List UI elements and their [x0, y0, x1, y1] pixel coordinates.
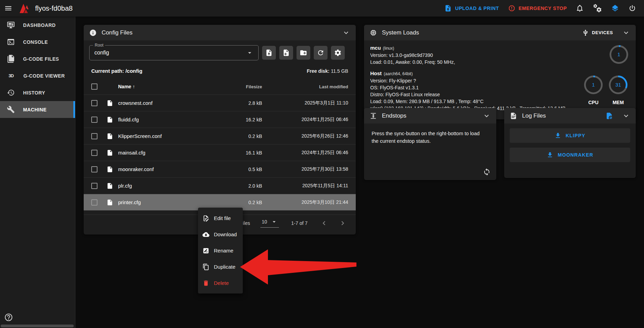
sidebar-item-gcode-viewer[interactable]: 3D G-CODE VIEWER: [0, 67, 75, 84]
folder-plus-icon: [300, 49, 307, 57]
file-modified: 2025年6月26日 12:46: [262, 133, 348, 139]
updates-button[interactable]: [611, 4, 619, 12]
download-klippy-log-button[interactable]: KLIPPY: [510, 128, 630, 143]
sidebar-item-history[interactable]: HISTORY: [0, 84, 75, 101]
duplicate-icon: [202, 264, 209, 270]
file-size: 0.2 kB: [214, 133, 262, 139]
row-checkbox[interactable]: [91, 199, 97, 206]
help-button[interactable]: [4, 313, 13, 322]
file-row-plr[interactable]: plr.cfg 2.0 kB 2025年11月5日 14:11: [84, 177, 356, 194]
file-name: printer.cfg: [118, 199, 214, 205]
mcu-version-line: Version: v1.3.0-ga98c9d7390: [370, 52, 630, 59]
sidebar: DASHBOARD CONSOLE G-CODE FILES 3D G-CODE…: [0, 17, 75, 328]
row-checkbox[interactable]: [91, 150, 97, 156]
file-icon: [106, 149, 113, 156]
file-icon: [106, 100, 113, 107]
per-page-select[interactable]: 10: [260, 218, 279, 228]
rollover-logs-button[interactable]: [605, 112, 613, 120]
sidebar-item-machine[interactable]: MACHINE: [0, 101, 75, 118]
mem-gauge-block: 31 MEM: [609, 76, 627, 106]
menu-item-rename[interactable]: Rename: [198, 242, 243, 259]
collapse-chevron-icon[interactable]: [482, 112, 491, 120]
file-row-moonraker[interactable]: moonraker.conf 0.5 kB 2025年7月30日 13:58: [84, 161, 356, 177]
select-all-checkbox[interactable]: [91, 83, 97, 90]
previous-page-button[interactable]: [320, 219, 328, 227]
mcu-load-gauge: 1: [610, 45, 628, 64]
collapse-chevron-icon[interactable]: [622, 29, 630, 37]
notifications-button[interactable]: [576, 4, 584, 12]
chevron-right-icon: [339, 219, 347, 227]
refresh-icon: [317, 49, 324, 57]
upload-print-button[interactable]: UPLOAD & PRINT: [444, 4, 499, 12]
row-checkbox[interactable]: [91, 100, 97, 106]
refresh-button[interactable]: [314, 46, 328, 60]
app-title: flyos-fd0ba8: [35, 4, 73, 12]
row-checkbox[interactable]: [91, 183, 97, 189]
select-caret-icon: [271, 218, 278, 225]
file-row-klipperscreen[interactable]: KlipperScreen.conf 0.2 kB 2025年6月26日 12:…: [84, 128, 356, 144]
root-select[interactable]: Root config: [89, 45, 259, 60]
file-name: plr.cfg: [118, 183, 214, 189]
column-last-modified[interactable]: Last modified: [262, 84, 348, 89]
sidebar-item-gcode-files[interactable]: G-CODE FILES: [0, 50, 75, 67]
file-row-fluidd[interactable]: fluidd.cfg 16.2 kB 2024年1月25日 06:46: [84, 111, 356, 128]
services-button[interactable]: [593, 4, 602, 13]
collapse-chevron-icon[interactable]: [342, 29, 350, 37]
menu-item-duplicate[interactable]: Duplicate: [198, 259, 243, 275]
settings-button[interactable]: [331, 46, 345, 60]
endstop-sync-button[interactable]: [483, 168, 491, 176]
pagination-range: 1-7 of 7: [291, 220, 308, 226]
menu-item-edit-file[interactable]: Edit file: [198, 210, 243, 226]
download-moonraker-log-button[interactable]: MOONRAKER: [510, 148, 630, 162]
create-file-button[interactable]: [279, 46, 293, 60]
config-files-toolbar: Root config: [84, 40, 356, 60]
file-upload-icon: [265, 49, 273, 57]
devices-button[interactable]: DEVICES: [582, 29, 613, 36]
file-size: 0.2 kB: [214, 200, 262, 205]
download-icon: [554, 132, 561, 139]
file-modified: 2025年7月30日 13:58: [262, 166, 348, 172]
file-name: fluidd.cfg: [118, 117, 214, 122]
config-files-title: Config Files: [102, 29, 133, 36]
row-checkbox[interactable]: [91, 166, 97, 172]
per-page-value: 10: [262, 219, 267, 225]
sidebar-item-label: DASHBOARD: [23, 22, 56, 28]
menu-item-delete[interactable]: Delete: [198, 275, 243, 291]
file-row-mainsail[interactable]: mainsail.cfg 16.1 kB 2024年1月25日 06:46: [84, 144, 356, 161]
sidebar-item-dashboard[interactable]: DASHBOARD: [0, 17, 75, 33]
endstops-panel: Endstops Press the sync-button on the ri…: [364, 108, 496, 180]
file-context-menu: Edit file Download Rename Duplicate Dele…: [198, 208, 243, 294]
file-plus-icon: [282, 49, 290, 57]
horizontal-scrollbar[interactable]: [1, 325, 74, 327]
sidebar-item-console[interactable]: CONSOLE: [0, 33, 75, 50]
dashboard-icon: [7, 21, 15, 29]
row-checkbox[interactable]: [91, 133, 97, 139]
file-row-crowsnest[interactable]: crowsnest.conf 2.8 kB 2025年3月1日 11:10: [84, 95, 356, 111]
power-button[interactable]: [628, 4, 636, 12]
expand-vertical-icon: [370, 112, 377, 120]
create-folder-button[interactable]: [297, 46, 310, 60]
cogs-icon: [593, 4, 602, 13]
emergency-stop-button[interactable]: EMERGENCY STOP: [508, 4, 567, 12]
system-loads-title: System Loads: [382, 29, 419, 36]
cloud-download-icon: [202, 231, 209, 238]
file-table-header: Name ↑ Filesize Last modified: [84, 79, 356, 95]
upload-file-button[interactable]: [262, 46, 276, 60]
menu-item-download[interactable]: Download: [198, 226, 243, 242]
file-name: crowsnest.conf: [118, 100, 214, 106]
file-size: 2.0 kB: [214, 183, 262, 189]
collapse-chevron-icon[interactable]: [622, 112, 630, 120]
console-icon: [7, 38, 15, 46]
mcu-name: mcu: [370, 45, 381, 51]
alert-octagon-icon: [508, 4, 516, 12]
column-name[interactable]: Name ↑: [118, 84, 214, 89]
wrench-icon: [7, 106, 15, 113]
hamburger-menu-icon[interactable]: [0, 0, 17, 17]
power-icon: [628, 4, 636, 12]
app-logo: [19, 3, 30, 14]
row-checkbox[interactable]: [91, 117, 97, 123]
column-filesize[interactable]: Filesize: [214, 84, 262, 89]
file-icon: [106, 182, 113, 189]
next-page-button[interactable]: [339, 219, 347, 227]
emergency-stop-label: EMERGENCY STOP: [519, 6, 567, 11]
